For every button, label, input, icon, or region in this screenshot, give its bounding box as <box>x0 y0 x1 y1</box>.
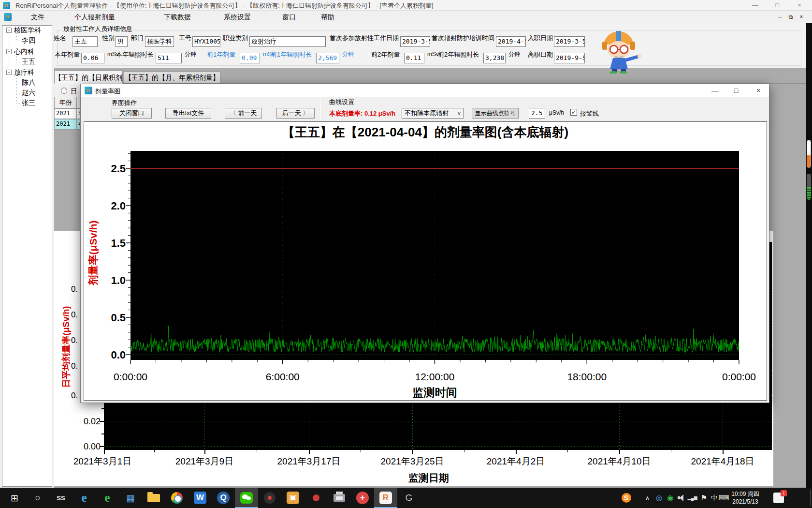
bg-chart-xlabel: 监测日期 <box>380 471 477 485</box>
bg-ytick-mark <box>102 433 104 434</box>
tray-ime-zh-glyph: 中 <box>711 493 717 502</box>
daily-radio-button[interactable] <box>61 88 67 94</box>
app-wps[interactable]: W <box>188 488 212 508</box>
app-printer[interactable] <box>328 488 351 508</box>
group-ui-operations: 界面操作 <box>112 99 137 107</box>
tray-expand-icon[interactable]: ∧ <box>642 488 653 508</box>
search-button-icon: ○ <box>35 493 40 503</box>
bg-xtick-minor <box>567 450 568 452</box>
desktop: R RenRiPersonal个人剂量管理软件 - 【使用单位:上海仁日辐射防护… <box>0 0 812 508</box>
tray-volume-icon-shape <box>678 494 685 501</box>
bg-ytick-000: 0.00 <box>72 442 101 452</box>
app-wps-icon: W <box>194 492 206 504</box>
bg-xtick-mark <box>104 450 105 454</box>
tray-volume-icon[interactable] <box>676 488 687 508</box>
dialog-title: 剂量率图 <box>95 87 120 96</box>
bg-ytick-clipped: 0. <box>71 391 80 401</box>
chevron-down-icon: ∨ <box>457 108 461 118</box>
tray-app-blue-icon-glyph: ◎ <box>656 493 662 502</box>
bg-xtick-minor <box>671 450 671 452</box>
tray-network-icon[interactable]: ▂▄▆ <box>687 488 698 508</box>
export-txt-button[interactable]: 导出txt文件 <box>165 108 211 119</box>
tray-sogou-input[interactable]: S <box>621 488 632 508</box>
table-row[interactable]: 2021 <box>54 108 77 119</box>
bg-xtick-mark <box>723 450 724 454</box>
alarm-line-checkbox[interactable] <box>570 109 577 116</box>
show-points-button[interactable]: 显示曲线点符号 <box>472 108 519 119</box>
bg-date-label: 2021年4月10日 <box>578 455 660 468</box>
alarm-threshold-input[interactable]: 2.5 <box>529 108 545 119</box>
clock-date: 2021/5/13 <box>726 498 765 506</box>
edge-overlay-slider-green-level <box>807 187 811 200</box>
tab-daily-dose[interactable]: 【王五】的【日累积剂量】 <box>54 71 123 84</box>
tray-app-blue-icon[interactable]: ◎ <box>653 488 665 508</box>
dialog-minimize-button[interactable]: — <box>707 86 723 96</box>
dialog-maximize-button[interactable]: □ <box>728 86 744 96</box>
app-camera-icon <box>264 492 276 504</box>
app-file-explorer-icon <box>147 494 160 502</box>
bg-xtick-mark <box>309 450 310 454</box>
app-file-explorer[interactable] <box>142 488 165 508</box>
dialog-title-bar: R 剂量率图 — □ × <box>81 84 769 97</box>
dialog-icon: R <box>85 87 92 94</box>
notification-badge: 1 <box>781 490 787 496</box>
app-edge[interactable]: e <box>72 488 96 508</box>
app-qq-browser[interactable]: Q <box>212 488 235 508</box>
svg-text:1.5: 1.5 <box>111 237 126 249</box>
bg-ytick-mark <box>100 446 104 447</box>
app-renri[interactable]: R <box>374 488 397 508</box>
taskbar: ⊞○SSee▦WQ▣+RG S∧◎◉▂▄▆⚑中⌨ 10:09 周四 2021/5… <box>0 488 812 508</box>
tray-flag-icon[interactable]: ⚑ <box>698 488 710 508</box>
bg-gridline-v <box>771 242 771 450</box>
app-archive[interactable]: ▣ <box>281 488 304 508</box>
table-row[interactable]: 2021 <box>54 119 77 130</box>
tray-wechat-icon[interactable]: ◉ <box>665 488 676 508</box>
app-browser-green-icon: e <box>104 491 110 505</box>
dose-chart-panel: 【王五】在【2021-04-04】的剂量率图(含本底辐射) 0:00:006:0… <box>84 121 767 401</box>
background-subtract-dropdown[interactable]: 不扣除本底辐射∨ <box>402 108 464 119</box>
app-grid-blue-icon: ▦ <box>126 493 135 504</box>
show-desktop-divider[interactable] <box>810 490 811 506</box>
app-ss[interactable]: SS <box>49 488 72 508</box>
edge-overlay-slider-green[interactable] <box>807 174 811 200</box>
bg-ytick-mark <box>102 408 104 409</box>
prev-day-button[interactable]: 〈 前一天 <box>225 108 262 119</box>
dose-chart-title: 【王五】在【2021-04-04】的剂量率图(含本底辐射) <box>84 124 767 141</box>
bg-gridline-h <box>104 446 772 447</box>
app-wechat[interactable] <box>235 488 258 508</box>
dialog-close-button[interactable]: × <box>751 86 766 96</box>
app-ss-icon: SS <box>57 494 65 502</box>
tray-notification-app[interactable]: 1 <box>770 488 787 508</box>
app-grid-blue[interactable]: ▦ <box>119 488 142 508</box>
app-security[interactable]: + <box>351 488 374 508</box>
app-qq-browser-icon: Q <box>217 492 230 504</box>
bg-date-label: 2021年3月9日 <box>163 455 246 468</box>
dialog-toolbar: 界面操作 关闭窗口 导出txt文件 〈 前一天 后一天 〉 曲线设置 本底剂量率… <box>81 97 769 121</box>
next-day-button[interactable]: 后一天 〉 <box>276 108 315 119</box>
svg-text:0.0: 0.0 <box>111 349 126 361</box>
group-curve-settings: 曲线设置 <box>329 98 354 106</box>
app-music-red[interactable] <box>304 488 328 508</box>
notification-app-icon: 1 <box>773 493 784 503</box>
bg-ytick-clipped: 0. <box>71 336 80 345</box>
bg-date-label: 2021年3月1日 <box>61 455 144 468</box>
app-archive-icon: ▣ <box>287 492 299 504</box>
tray-expand-icon-glyph: ∧ <box>645 494 650 502</box>
app-edge-icon: e <box>81 491 87 505</box>
bg-gridline-h <box>104 421 772 421</box>
search-button[interactable]: ○ <box>26 488 49 508</box>
app-chrome[interactable] <box>165 488 188 508</box>
edge-overlay-slider-orange[interactable] <box>807 140 811 168</box>
tray-flag-icon-glyph: ⚑ <box>701 493 707 502</box>
taskbar-clock[interactable]: 10:09 周四 2021/5/13 <box>726 491 765 506</box>
bg-xtick-minor <box>257 450 257 452</box>
bg-xtick-minor <box>154 450 155 452</box>
app-gimp[interactable]: G <box>397 488 420 508</box>
app-browser-green[interactable]: e <box>96 488 119 508</box>
bg-date-label: 2021年3月17日 <box>268 455 350 468</box>
svg-text:18:00:00: 18:00:00 <box>567 371 607 382</box>
bg-ytick-clipped: 0. <box>71 284 80 294</box>
start-button[interactable]: ⊞ <box>3 488 26 508</box>
close-window-button[interactable]: 关闭窗口 <box>112 108 152 119</box>
app-camera[interactable] <box>258 488 281 508</box>
